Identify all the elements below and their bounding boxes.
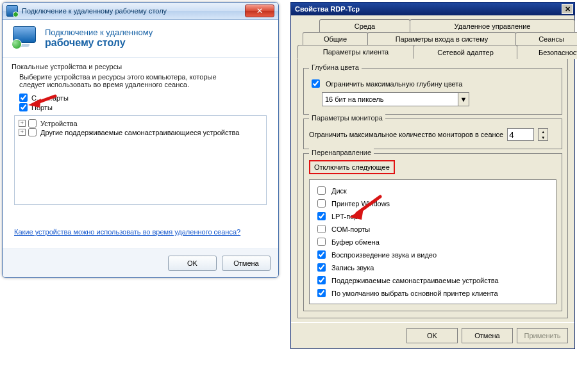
- color-depth-legend: Глубина цвета: [309, 63, 362, 71]
- redir-item[interactable]: Диск: [315, 184, 551, 197]
- color-depth-combo[interactable]: 16 бит на пиксель ▼: [322, 92, 469, 106]
- redir-label: Воспроизведение звука и видео: [331, 251, 437, 259]
- color-depth-value: 16 бит на пиксель: [325, 95, 384, 103]
- devices-tree[interactable]: + Устройства + Другие поддерживаемые сам…: [14, 115, 267, 205]
- tab-security[interactable]: Безопасность: [517, 45, 577, 59]
- redir-checkbox[interactable]: [317, 289, 326, 297]
- redir-item[interactable]: COM-порты: [315, 223, 551, 235]
- help-link[interactable]: Какие устройства можно использовать во в…: [14, 228, 240, 236]
- redir-item[interactable]: Запись звука: [315, 261, 551, 274]
- redirection-group: Перенаправление Отключить следующее Диск…: [303, 153, 562, 311]
- tree-item-other-pnp[interactable]: + Другие поддерживаемые самонастраивающи…: [19, 128, 262, 136]
- redir-checkbox[interactable]: [317, 199, 326, 208]
- smartcards-checkbox[interactable]: [19, 94, 28, 102]
- redir-checkbox[interactable]: [317, 212, 326, 220]
- disable-following-highlight: Отключить следующее: [309, 160, 395, 174]
- window-title: Свойства RDP-Tcp: [295, 5, 360, 13]
- ports-label: Порты: [31, 104, 53, 111]
- close-button[interactable]: ✕: [562, 4, 573, 14]
- redir-item[interactable]: Буфер обмена: [315, 236, 551, 248]
- dialog-header: Подключение к удаленному рабочему столу: [3, 20, 278, 58]
- redir-checkbox[interactable]: [317, 225, 326, 233]
- header-line2: рабочему столу: [45, 37, 153, 49]
- redir-label: Поддерживаемые самонастраиваемые устройс…: [331, 277, 499, 284]
- ports-checkbox[interactable]: [19, 103, 28, 111]
- close-button[interactable]: ✕: [245, 4, 274, 17]
- redir-item[interactable]: Поддерживаемые самонастраиваемые устройс…: [315, 274, 551, 286]
- titlebar[interactable]: Подключение к удаленному рабочему столу …: [3, 3, 278, 20]
- devices-checkbox[interactable]: [28, 119, 37, 127]
- redir-item[interactable]: LPT-порт: [315, 210, 551, 222]
- rdp-large-icon: [12, 26, 38, 49]
- ports-checkbox-row[interactable]: Порты: [19, 103, 269, 111]
- monitor-count-spinner[interactable]: ▲▼: [538, 128, 548, 141]
- limit-color-checkbox-row[interactable]: Ограничить максимальную глубину цвета: [309, 78, 556, 90]
- monitor-count-input[interactable]: [507, 128, 534, 141]
- redir-checkbox[interactable]: [317, 238, 326, 246]
- section-title: Покальные устройства и ресурсы: [12, 63, 269, 70]
- devices-label: Устройства: [40, 120, 78, 127]
- redir-label: LPT-порт: [331, 213, 361, 220]
- redir-label: Диск: [331, 187, 347, 195]
- ok-button[interactable]: OK: [406, 328, 458, 343]
- rdp-tcp-properties-dialog: Свойства RDP-Tcp ✕ Среда Удаленное управ…: [290, 2, 575, 349]
- tab-client-settings[interactable]: Параметры клиента: [297, 45, 414, 59]
- redir-item[interactable]: Принтер Windows: [315, 197, 551, 209]
- tab-remote-control[interactable]: Удаленное управление: [410, 19, 575, 33]
- header-line1: Подключение к удаленному: [45, 28, 153, 37]
- cancel-button[interactable]: Отмена: [462, 328, 513, 343]
- limit-color-checkbox[interactable]: [312, 79, 320, 88]
- redir-item[interactable]: По умолчанию выбрать основной принтер кл…: [315, 287, 551, 299]
- redir-checkbox[interactable]: [317, 263, 326, 272]
- tab-network-adapter[interactable]: Сетевой адаптер: [414, 45, 517, 59]
- redir-label: COM-порты: [331, 225, 370, 233]
- redir-checkbox[interactable]: [317, 276, 326, 284]
- tabs-row-2: Общие Параметры входа в систему Сеансы: [303, 32, 568, 45]
- ok-button[interactable]: OK: [168, 256, 217, 271]
- redir-checkbox[interactable]: [317, 186, 326, 195]
- window-title: Подключение к удаленному рабочему столу: [22, 7, 167, 15]
- redir-checkbox[interactable]: [317, 250, 326, 259]
- expand-icon[interactable]: +: [19, 129, 26, 136]
- tabs-row-1: Среда Удаленное управление: [319, 19, 568, 33]
- titlebar[interactable]: Свойства RDP-Tcp ✕: [291, 3, 574, 15]
- chevron-down-icon[interactable]: ▼: [458, 93, 469, 106]
- rdp-client-local-resources-dialog: Подключение к удаленному рабочему столу …: [2, 2, 279, 278]
- tree-item-devices[interactable]: + Устройства: [19, 119, 262, 127]
- monitor-legend: Параметры монитора: [309, 114, 385, 122]
- monitor-settings-group: Параметры монитора Ограничить максимальн…: [303, 118, 562, 149]
- smartcards-label: С… …арты: [31, 94, 69, 102]
- monitor-limit-label: Ограничить максимальное количество монит…: [309, 131, 503, 138]
- tab-environment[interactable]: Среда: [319, 19, 410, 33]
- client-settings-panel: Глубина цвета Ограничить максимальную гл…: [297, 58, 568, 318]
- tab-logon-settings[interactable]: Параметры входа в систему: [367, 32, 516, 45]
- other-pnp-checkbox[interactable]: [28, 128, 37, 136]
- redir-label: По умолчанию выбрать основной принтер кл…: [331, 290, 498, 297]
- rdp-icon: [6, 5, 18, 17]
- apply-button[interactable]: Применить: [517, 328, 568, 343]
- tab-general[interactable]: Общие: [303, 32, 368, 45]
- expand-icon[interactable]: +: [19, 120, 26, 127]
- instruction-text: Выберите устройства и ресурсы этого комп…: [19, 73, 244, 88]
- disable-following-label: Отключить следующее: [314, 163, 390, 171]
- redirection-legend: Перенаправление: [309, 149, 374, 156]
- tabs-row-3: Параметры клиента Сетевой адаптер Безопа…: [297, 45, 568, 59]
- smartcards-checkbox-row[interactable]: С… …арты: [19, 94, 269, 102]
- limit-color-label: Ограничить максимальную глубину цвета: [326, 80, 462, 88]
- redirection-list: ДискПринтер WindowsLPT-портCOM-портыБуфе…: [309, 179, 556, 304]
- redir-label: Запись звука: [331, 264, 374, 272]
- cancel-button[interactable]: Отмена: [222, 256, 271, 271]
- redir-label: Буфер обмена: [331, 238, 380, 246]
- tab-sessions[interactable]: Сеансы: [515, 32, 577, 45]
- redir-item[interactable]: Воспроизведение звука и видео: [315, 249, 551, 261]
- redir-label: Принтер Windows: [331, 200, 390, 208]
- color-depth-group: Глубина цвета Ограничить максимальную гл…: [303, 68, 562, 115]
- other-pnp-label: Другие поддерживаемые самонастраивающиес…: [40, 129, 239, 136]
